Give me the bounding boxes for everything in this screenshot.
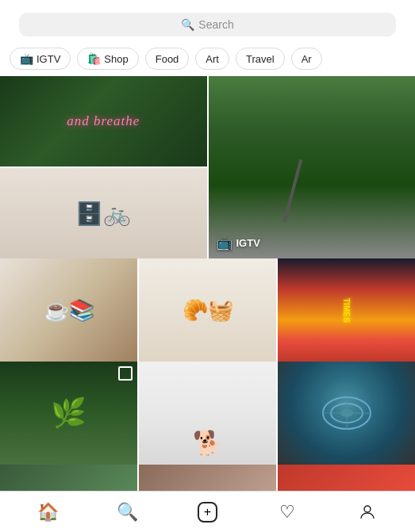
grid-cell-partial3[interactable] — [278, 465, 415, 491]
partial2-image — [139, 465, 276, 491]
igtv-pill-icon: 📺 — [20, 52, 33, 65]
grid-cell-dog[interactable]: 🐕 — [139, 362, 276, 465]
multi-photo-badge — [118, 366, 133, 381]
partial1-image — [0, 465, 137, 491]
search-icon: 🔍 — [181, 18, 194, 31]
grid-cell-plant[interactable]: 🌿 — [0, 362, 137, 465]
explore-grid: and breathe 🗄️🚲 📺 IGTV ☕📚 🥐🧺 TIMES — [0, 76, 415, 491]
partial3-image — [278, 465, 415, 491]
search-bar[interactable]: 🔍 Search — [19, 13, 396, 36]
dog-image: 🐕 — [139, 362, 276, 465]
pill-shop[interactable]: 🛍️ Shop — [77, 48, 138, 70]
pill-igtv[interactable]: 📺 IGTV — [10, 48, 71, 70]
bottom-navigation: 🏠 🔍 + ♡ — [0, 491, 415, 532]
pill-food[interactable]: Food — [145, 48, 190, 70]
forest-image — [209, 76, 416, 258]
grid-cell-partial2[interactable] — [139, 465, 276, 491]
pill-ar[interactable]: Ar — [291, 48, 322, 70]
pill-food-label: Food — [156, 53, 179, 65]
category-pills: 📺 IGTV 🛍️ Shop Food Art Travel Ar — [0, 44, 415, 76]
pill-igtv-label: IGTV — [37, 53, 60, 65]
grid-cell-city[interactable]: TIMES — [278, 258, 415, 362]
grid-cell-breathe[interactable]: and breathe — [0, 76, 207, 166]
city-image: TIMES — [278, 258, 415, 362]
grid-cell-pastry[interactable]: 🥐🧺 — [139, 258, 276, 362]
igtv-overlay-badge: 📺 IGTV — [217, 235, 260, 251]
aerial-image — [278, 362, 415, 465]
pill-travel-label: Travel — [246, 53, 275, 65]
grid-cell-shelf[interactable]: 🗄️🚲 — [0, 168, 207, 258]
grid-cell-aerial[interactable] — [278, 362, 415, 465]
pill-shop-label: Shop — [104, 53, 128, 65]
nav-profile[interactable] — [350, 495, 385, 530]
shop-pill-icon: 🛍️ — [87, 52, 101, 65]
grid-cell-coffee[interactable]: ☕📚 — [0, 258, 137, 362]
search-placeholder: Search — [198, 18, 233, 31]
coffee-image: ☕📚 — [0, 258, 137, 362]
pastry-image: 🥐🧺 — [139, 258, 276, 362]
plant-image: 🌿 — [0, 362, 137, 465]
nav-add[interactable]: + — [190, 495, 225, 530]
nav-heart[interactable]: ♡ — [270, 495, 305, 530]
svg-point-5 — [364, 506, 371, 512]
nav-search[interactable]: 🔍 — [110, 495, 145, 530]
grid-cell-partial1[interactable] — [0, 465, 137, 491]
grid-cell-forest[interactable]: 📺 IGTV — [209, 76, 416, 258]
igtv-badge-label: IGTV — [236, 237, 260, 249]
pill-art[interactable]: Art — [195, 48, 229, 70]
nav-home[interactable]: 🏠 — [30, 495, 65, 530]
igtv-badge-icon: 📺 — [217, 235, 232, 251]
pill-ar-label: Ar — [302, 53, 312, 65]
pill-travel[interactable]: Travel — [236, 48, 285, 70]
pill-art-label: Art — [206, 53, 219, 65]
breathe-image: and breathe — [0, 76, 207, 166]
shelf-image: 🗄️🚲 — [0, 168, 207, 258]
